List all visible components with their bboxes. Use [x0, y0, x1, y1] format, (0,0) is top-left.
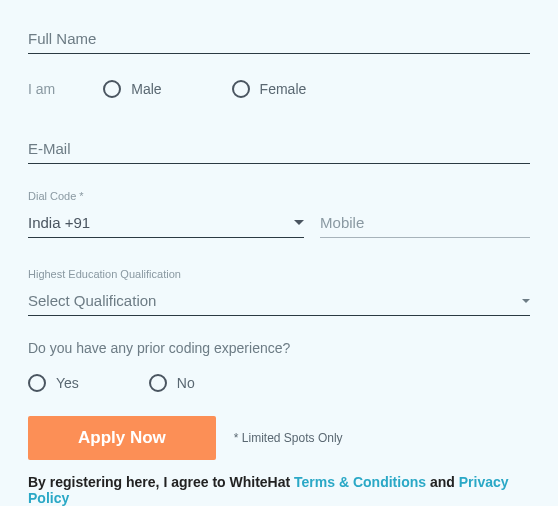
chevron-down-icon — [294, 220, 304, 225]
qualification-select[interactable]: Select Qualification — [28, 286, 530, 316]
radio-icon — [232, 80, 250, 98]
qualification-value: Select Qualification — [28, 292, 156, 309]
coding-no-option[interactable]: No — [149, 374, 195, 392]
email-input[interactable] — [28, 134, 530, 164]
qualification-section: Highest Education Qualification Select Q… — [28, 268, 530, 316]
mobile-input[interactable] — [320, 208, 530, 238]
agreement-and: and — [426, 474, 459, 490]
dial-code-col: Dial Code * India +91 — [28, 190, 304, 238]
phone-row: Dial Code * India +91 — [28, 190, 530, 238]
agreement-text: By registering here, I agree to WhiteHat… — [28, 474, 530, 506]
iam-label: I am — [28, 81, 55, 97]
gender-female-label: Female — [260, 81, 307, 97]
coding-yesno-row: Yes No — [28, 374, 530, 392]
coding-yes-option[interactable]: Yes — [28, 374, 79, 392]
mobile-col — [320, 208, 530, 238]
qualification-label: Highest Education Qualification — [28, 268, 530, 280]
radio-icon — [28, 374, 46, 392]
dial-code-label: Dial Code * — [28, 190, 304, 202]
radio-icon — [103, 80, 121, 98]
full-name-field — [28, 24, 530, 54]
coding-no-label: No — [177, 375, 195, 391]
email-field — [28, 134, 530, 164]
radio-icon — [149, 374, 167, 392]
gender-male-option[interactable]: Male — [103, 80, 161, 98]
registration-form: I am Male Female Dial Code * India +91 H… — [28, 24, 530, 506]
coding-question: Do you have any prior coding experience? — [28, 340, 530, 356]
apply-button[interactable]: Apply Now — [28, 416, 216, 460]
dial-code-select[interactable]: India +91 — [28, 208, 304, 238]
apply-row: Apply Now * Limited Spots Only — [28, 416, 530, 460]
gender-row: I am Male Female — [28, 80, 530, 98]
gender-male-label: Male — [131, 81, 161, 97]
coding-yes-label: Yes — [56, 375, 79, 391]
full-name-input[interactable] — [28, 24, 530, 54]
gender-female-option[interactable]: Female — [232, 80, 307, 98]
chevron-down-icon — [522, 299, 530, 303]
dial-code-value: India +91 — [28, 214, 90, 231]
terms-link[interactable]: Terms & Conditions — [294, 474, 426, 490]
agreement-prefix: By registering here, I agree to WhiteHat — [28, 474, 294, 490]
limited-spots-text: * Limited Spots Only — [234, 431, 343, 445]
